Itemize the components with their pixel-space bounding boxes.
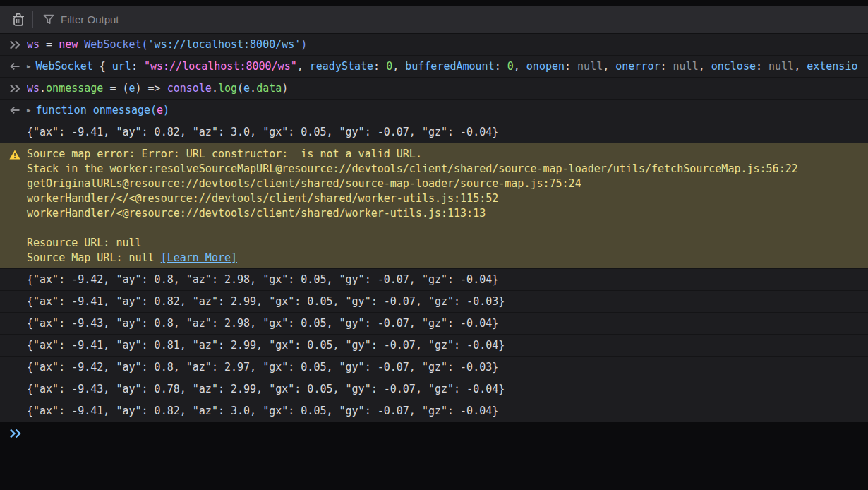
syntax-token: null — [768, 60, 794, 73]
evaluated-expression: ws.onmessage = (e) => console.log(e.data… — [27, 82, 288, 95]
console-log-row: {"ax": -9.41, "ay": 0.82, "az": 3.0, "gx… — [0, 121, 868, 143]
warning-line: workerHandler/</<@resource://devtools/cl… — [27, 191, 798, 206]
clear-console-button[interactable] — [7, 10, 30, 30]
log-message: {"ax": -9.41, "ay": 0.82, "az": 3.0, "gx… — [27, 405, 498, 417]
syntax-token: onclose — [711, 60, 756, 73]
syntax-token: ( — [142, 38, 148, 51]
console-log-row: {"ax": -9.41, "ay": 0.81, "az": 2.99, "g… — [0, 335, 868, 357]
warning-icon-gutter — [0, 147, 27, 160]
syntax-token: = — [40, 38, 59, 51]
syntax-token: ) — [301, 38, 307, 51]
arrow-left-icon — [9, 106, 20, 114]
console-log-row: {"ax": -9.42, "ay": 0.8, "az": 2.97, "gx… — [0, 357, 868, 378]
warning-line — [27, 221, 798, 236]
warning-line: getOriginalURLs@resource://devtools/clie… — [27, 177, 798, 191]
syntax-token: , — [699, 60, 711, 73]
console-input-row: ws.onmessage = (e) => console.log(e.data… — [0, 78, 868, 100]
syntax-token: 0 — [507, 60, 514, 73]
warning-line: Stack in the worker:resolveSourceMapURL@… — [27, 162, 798, 177]
syntax-token: onerror — [615, 60, 660, 73]
funnel-icon — [43, 14, 54, 25]
syntax-token: onopen — [526, 60, 565, 73]
syntax-token: 'ws://localhost:8000/ws' — [148, 38, 301, 51]
syntax-token: ) — [282, 82, 288, 95]
filter-box — [37, 13, 861, 25]
result-preview: WebSocket { url: "ws://localhost:8000/ws… — [35, 60, 857, 73]
evaluated-expression: ws = new WebSocket('ws://localhost:8000/… — [27, 38, 307, 51]
warning-line: workerHandler/<@resource://devtools/clie… — [27, 206, 798, 221]
syntax-token: e — [243, 82, 250, 95]
trash-icon — [12, 13, 25, 27]
chevron-double-right-icon — [9, 84, 21, 93]
syntax-token: onmessage — [46, 82, 103, 95]
syntax-token: . — [40, 82, 46, 95]
syntax-token: = ( — [103, 82, 128, 95]
syntax-token: ( — [237, 82, 243, 95]
console-log-row: {"ax": -9.43, "ay": 0.8, "az": 2.98, "gx… — [0, 313, 868, 335]
result-arrow-gutter — [0, 62, 27, 71]
log-message: {"ax": -9.43, "ay": 0.8, "az": 2.98, "gx… — [27, 317, 498, 330]
warning-message: Source map error: Error: URL constructor… — [27, 147, 798, 265]
console-toolbar — [0, 6, 868, 34]
console-command-input[interactable] — [27, 429, 868, 443]
triangle-right-icon[interactable]: ▶ — [27, 107, 30, 114]
console-input-row: ws = new WebSocket('ws://localhost:8000/… — [0, 34, 868, 56]
syntax-token: WebSocket — [35, 60, 92, 73]
result-preview: function onmessage(e) — [35, 104, 169, 116]
syntax-token: console — [167, 82, 212, 95]
console-result-row: ▶WebSocket { url: "ws://localhost:8000/w… — [0, 56, 868, 78]
console-result-row: ▶function onmessage(e) — [0, 100, 868, 121]
syntax-token: null — [673, 60, 699, 73]
filter-output-input[interactable] — [61, 13, 861, 25]
syntax-token: function onmessage( — [35, 104, 157, 116]
result-arrow-gutter — [0, 106, 27, 114]
console-output: ws = new WebSocket('ws://localhost:8000/… — [0, 34, 868, 490]
arrow-left-icon — [9, 62, 20, 71]
syntax-token: null — [577, 60, 603, 73]
learn-more-link[interactable]: [Learn More] — [161, 251, 237, 264]
log-message: {"ax": -9.41, "ay": 0.82, "az": 3.0, "gx… — [27, 126, 498, 138]
toolbar-divider — [32, 11, 33, 28]
jsterm-row — [0, 422, 868, 490]
log-message: {"ax": -9.41, "ay": 0.81, "az": 2.99, "g… — [27, 339, 505, 352]
syntax-token: , — [297, 60, 310, 73]
input-prompt-gutter — [0, 40, 27, 49]
syntax-token: e — [129, 82, 135, 95]
warning-line: Source map error: Error: URL constructor… — [27, 147, 798, 162]
syntax-token: , — [514, 60, 526, 73]
console-log-row: {"ax": -9.41, "ay": 0.82, "az": 3.0, "gx… — [0, 400, 868, 422]
syntax-token: ) => — [135, 82, 167, 95]
log-message: {"ax": -9.42, "ay": 0.8, "az": 2.98, "gx… — [27, 273, 498, 286]
input-prompt-gutter — [0, 84, 27, 93]
syntax-token: bufferedAmount — [405, 60, 494, 73]
console-messages: ws = new WebSocket('ws://localhost:8000/… — [0, 34, 868, 422]
syntax-token: { — [93, 60, 112, 73]
syntax-token: data — [256, 82, 282, 95]
syntax-token: readyState — [310, 60, 373, 73]
syntax-token: : — [131, 60, 144, 73]
syntax-token: extensio — [807, 60, 857, 73]
console-log-row: {"ax": -9.42, "ay": 0.8, "az": 2.98, "gx… — [0, 269, 868, 291]
syntax-token: : — [660, 60, 673, 73]
syntax-token: : — [373, 60, 386, 73]
triangle-right-icon[interactable]: ▶ — [27, 63, 30, 70]
warning-line: Source Map URL: null [Learn More] — [27, 251, 798, 265]
syntax-token: ws — [27, 82, 40, 95]
log-message: {"ax": -9.42, "ay": 0.8, "az": 2.97, "gx… — [27, 361, 498, 374]
syntax-token: , — [392, 60, 405, 73]
warning-line: Resource URL: null — [27, 236, 798, 251]
warning-triangle-icon — [9, 150, 20, 160]
syntax-token: WebSocket — [84, 38, 141, 51]
syntax-token: "ws://localhost:8000/ws" — [144, 60, 297, 73]
syntax-token: . — [250, 82, 256, 95]
window-top-strip — [0, 0, 868, 6]
console-warning-row: Source map error: Error: URL constructor… — [0, 143, 868, 269]
syntax-token: ) — [163, 104, 169, 116]
syntax-token: 0 — [386, 60, 392, 73]
syntax-token: e — [157, 104, 163, 116]
syntax-token: : — [565, 60, 577, 73]
console-log-row: {"ax": -9.43, "ay": 0.78, "az": 2.99, "g… — [0, 378, 868, 400]
syntax-token — [78, 38, 84, 51]
syntax-token: log — [218, 82, 237, 95]
chevron-double-right-icon — [9, 40, 21, 49]
